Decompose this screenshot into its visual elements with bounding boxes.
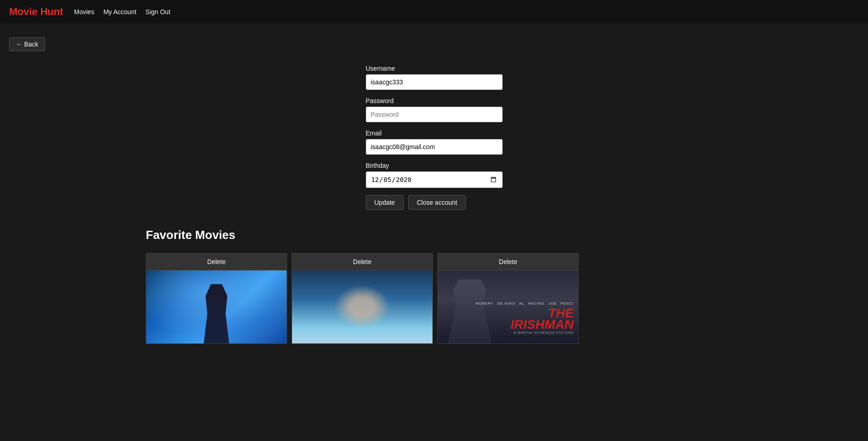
birthday-label: Birthday [366,162,503,169]
cast-pesci-first: JOE [548,301,557,306]
back-btn-container: ← Back [0,33,868,56]
nav-movies-link[interactable]: Movies [74,8,94,16]
main-content: ← Back Username Password Email Birthday [0,24,868,362]
close-account-button[interactable]: Close account [408,195,466,210]
cast-pesci-last: PESCI [560,301,574,306]
cast-pacino-last: PACINO [528,301,544,306]
password-group: Password [366,97,503,122]
movie-card-2: Delete [292,253,433,344]
movie-card-3: Delete ROBERT DE NIRO AL PACINO JOE PESC… [437,253,579,344]
form-buttons: Update Close account [366,195,503,210]
delete-movie-3-button[interactable]: Delete [438,254,578,270]
movies-grid: Delete Delete Delete ROBERT [146,253,822,344]
delete-movie-1-button[interactable]: Delete [146,254,287,270]
favorite-movies-title: Favorite Movies [146,228,822,242]
irishman-text: ROBERT DE NIRO AL PACINO JOE PESCI THE I… [476,301,574,334]
movie-figure-1 [198,284,235,343]
navbar-links: Movies My Account Sign Out [74,8,170,16]
username-input[interactable] [366,74,503,90]
brand-logo[interactable]: Movie Hunt [9,6,63,18]
movie-poster-2 [292,270,432,343]
nav-my-account-link[interactable]: My Account [103,8,136,16]
password-label: Password [366,97,503,104]
navbar: Movie Hunt Movies My Account Sign Out [0,0,868,24]
email-group: Email [366,130,503,155]
birthday-group: Birthday [366,162,503,188]
movie-poster-3: ROBERT DE NIRO AL PACINO JOE PESCI THE I… [438,270,578,343]
favorite-movies-section: Favorite Movies Delete Delete Delete [0,210,868,353]
cast-deniro-last: DE NIRO [497,301,515,306]
birthday-input[interactable] [366,171,503,188]
irishman-cast: ROBERT DE NIRO AL PACINO JOE PESCI [476,301,574,306]
password-input[interactable] [366,107,503,122]
movie-poster-1 [146,270,287,343]
back-button[interactable]: ← Back [9,37,45,51]
form-container: Username Password Email Birthday Update [366,65,503,210]
movie-card-1: Delete [146,253,287,344]
username-group: Username [366,65,503,90]
email-label: Email [366,130,503,137]
email-input[interactable] [366,139,503,155]
delete-movie-2-button[interactable]: Delete [292,254,432,270]
nav-sign-out-link[interactable]: Sign Out [145,8,170,16]
update-button[interactable]: Update [366,195,404,210]
cast-deniro-first: ROBERT [476,301,493,306]
account-form-section: Username Password Email Birthday Update [0,65,868,210]
cast-pacino-first: AL [519,301,525,306]
irishman-title: THE IRISHMAN [476,307,574,330]
irishman-title-line2: IRISHMAN [476,319,574,330]
irishman-subtitle: A MARTIN SCORSESE PICTURE [476,331,574,334]
username-label: Username [366,65,503,72]
